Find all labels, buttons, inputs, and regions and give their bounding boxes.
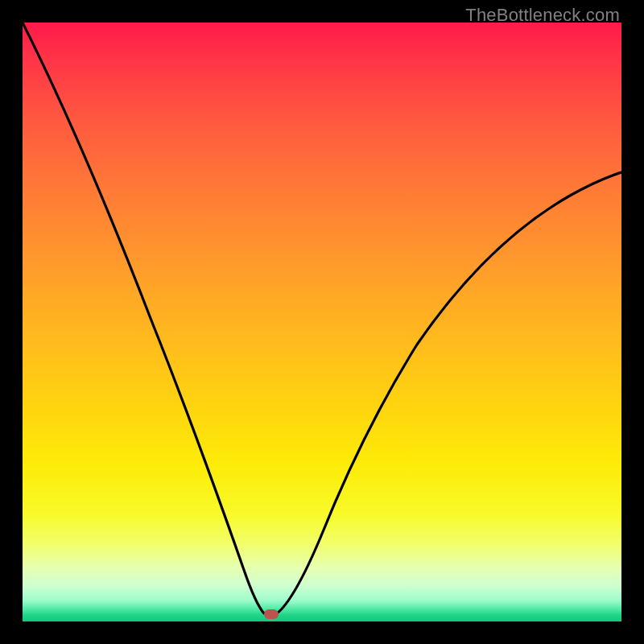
optimal-point-marker — [264, 609, 279, 619]
plot-background-gradient — [23, 23, 621, 621]
plot-area — [23, 23, 621, 621]
